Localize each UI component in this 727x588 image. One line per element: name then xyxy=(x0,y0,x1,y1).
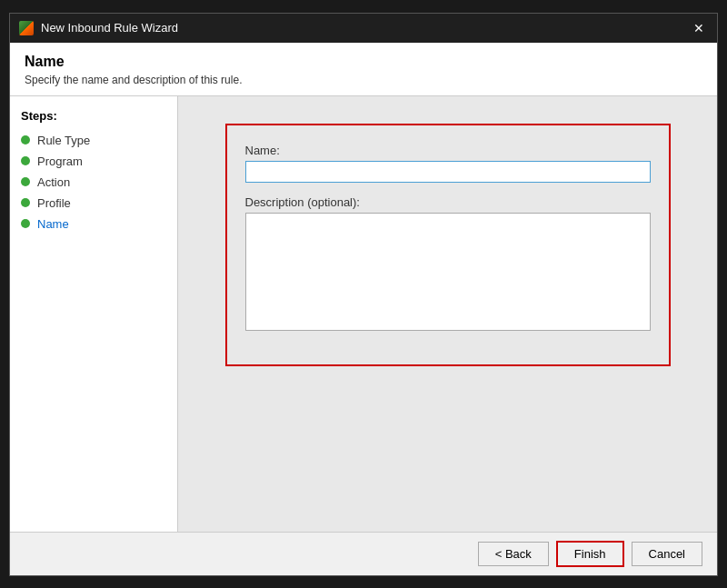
title-bar: New Inbound Rule Wizard ✕ xyxy=(10,14,717,43)
sidebar-item-action[interactable]: Action xyxy=(10,172,177,193)
step-dot xyxy=(21,177,30,186)
step-dot xyxy=(21,135,30,145)
sidebar-label-profile: Profile xyxy=(37,196,71,210)
description-textarea[interactable] xyxy=(245,213,651,331)
main-panel: Name: Description (optional): xyxy=(178,96,717,532)
sidebar-label-action: Action xyxy=(37,175,70,189)
sidebar-label-program: Program xyxy=(37,154,83,168)
back-button[interactable]: < Back xyxy=(478,542,549,566)
sidebar-item-name[interactable]: Name xyxy=(10,214,177,234)
sidebar: Steps: Rule Type Program Action Profile … xyxy=(10,96,178,532)
form-container: Name: Description (optional): xyxy=(225,124,671,366)
step-dot xyxy=(21,219,30,228)
footer: < Back Finish Cancel xyxy=(10,532,717,575)
steps-label: Steps: xyxy=(10,105,177,130)
sidebar-label-name: Name xyxy=(37,217,69,231)
sidebar-item-program[interactable]: Program xyxy=(10,151,177,172)
page-subtitle: Specify the name and description of this… xyxy=(25,74,702,86)
step-dot xyxy=(21,156,30,165)
sidebar-item-rule-type[interactable]: Rule Type xyxy=(10,130,177,151)
finish-button[interactable]: Finish xyxy=(556,541,624,567)
name-label: Name: xyxy=(245,144,651,157)
sidebar-item-profile[interactable]: Profile xyxy=(10,193,177,214)
description-label: Description (optional): xyxy=(245,195,651,209)
name-input[interactable] xyxy=(245,161,651,183)
close-button[interactable]: ✕ xyxy=(690,19,708,37)
sidebar-label-rule-type: Rule Type xyxy=(37,134,90,147)
name-form-group: Name: xyxy=(245,144,651,183)
window-title: New Inbound Rule Wizard xyxy=(41,21,682,35)
app-icon xyxy=(19,21,34,35)
wizard-window: New Inbound Rule Wizard ✕ Name Specify t… xyxy=(9,13,718,576)
content-area: Steps: Rule Type Program Action Profile … xyxy=(10,96,717,532)
header-section: Name Specify the name and description of… xyxy=(10,43,717,96)
step-dot xyxy=(21,198,30,207)
page-title: Name xyxy=(25,54,702,70)
cancel-button[interactable]: Cancel xyxy=(632,542,702,566)
description-form-group: Description (optional): xyxy=(245,195,651,334)
